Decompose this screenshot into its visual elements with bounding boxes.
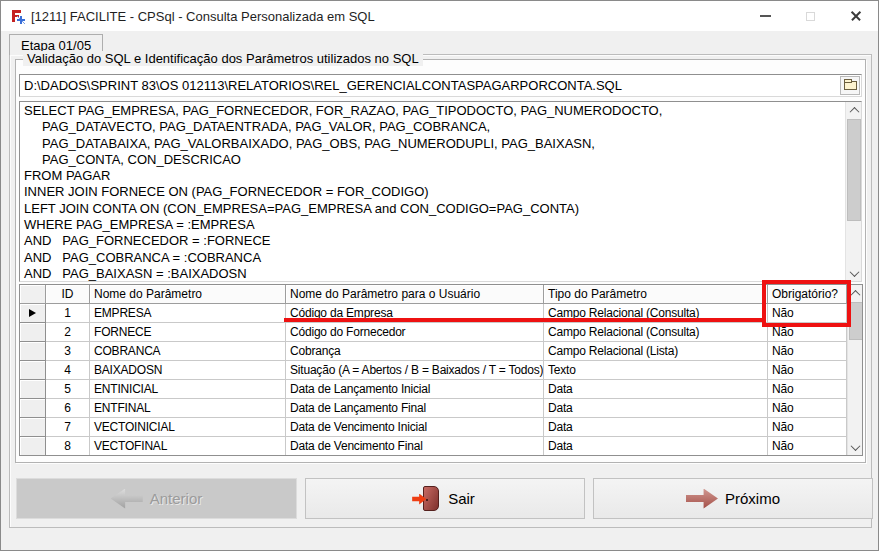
sair-button[interactable]: Sair: [305, 478, 585, 519]
row-indicator[interactable]: [20, 304, 46, 323]
proximo-button-label: Próximo: [725, 490, 780, 507]
cell-name[interactable]: ENTFINAL: [90, 399, 286, 418]
cell-type[interactable]: Campo Relacional (Consulta): [544, 323, 768, 342]
app-icon-spark: [17, 16, 25, 24]
chevron-down-icon: [849, 267, 859, 277]
exit-door-icon: [415, 486, 441, 512]
cell-id[interactable]: 8: [46, 437, 90, 456]
app-window: [1211] FACILITE - CPSql - Consulta Perso…: [0, 0, 879, 551]
cell-id[interactable]: 1: [46, 304, 90, 323]
cell-type[interactable]: Texto: [544, 361, 768, 380]
row-indicator[interactable]: [20, 361, 46, 380]
chevron-up-icon: [851, 289, 861, 299]
sql-scrollbar[interactable]: [845, 102, 861, 281]
door-icon: [423, 486, 439, 511]
header-type: Tipo do Parâmetro: [544, 285, 768, 304]
table-row[interactable]: 6ENTFINALData de Lançamento FinalDataNão: [20, 399, 862, 418]
cell-id[interactable]: 7: [46, 418, 90, 437]
chevron-down-icon: [851, 441, 861, 451]
cell-id[interactable]: 5: [46, 380, 90, 399]
window-title: [1211] FACILITE - CPSql - Consulta Perso…: [31, 9, 375, 24]
cell-type[interactable]: Data: [544, 437, 768, 456]
cell-type[interactable]: Data: [544, 418, 768, 437]
cell-username[interactable]: Código do Fornecedor: [286, 323, 544, 342]
table-row[interactable]: 2FORNECECódigo do FornecedorCampo Relaci…: [20, 323, 862, 342]
selected-row-arrow-icon: [29, 309, 36, 317]
row-indicator[interactable]: [20, 399, 46, 418]
minimize-icon: [760, 15, 771, 17]
grid-body: 1EMPRESACódigo da EmpresaCampo Relaciona…: [20, 304, 862, 456]
browse-sql-file-button[interactable]: [840, 76, 860, 95]
table-row[interactable]: 7VECTOINICIALData de Vencimento InicialD…: [20, 418, 862, 437]
anterior-button[interactable]: Anterior: [16, 478, 297, 519]
close-icon: [850, 10, 862, 22]
cell-id[interactable]: 6: [46, 399, 90, 418]
cell-username[interactable]: Situação (A = Abertos / B = Baixados / T…: [286, 361, 544, 380]
cell-name[interactable]: BAIXADOSN: [90, 361, 286, 380]
scrollbar-thumb[interactable]: [847, 119, 861, 221]
app-icon: [9, 8, 25, 24]
cell-required[interactable]: Não: [768, 380, 847, 399]
minimize-button[interactable]: [743, 1, 788, 31]
row-indicator[interactable]: [20, 437, 46, 456]
anterior-button-label: Anterior: [150, 490, 203, 507]
table-row[interactable]: 3COBRANCACobrançaCampo Relacional (Lista…: [20, 342, 862, 361]
table-row[interactable]: 5ENTINICIALData de Lançamento InicialDat…: [20, 380, 862, 399]
cell-id[interactable]: 2: [46, 323, 90, 342]
cell-type[interactable]: Data: [544, 399, 768, 418]
maximize-button[interactable]: [788, 1, 833, 31]
cell-name[interactable]: EMPRESA: [90, 304, 286, 323]
row-indicator[interactable]: [20, 418, 46, 437]
table-row[interactable]: 4BAIXADOSNSituação (A = Abertos / B = Ba…: [20, 361, 862, 380]
header-username: Nome do Parâmetro para o Usuário: [286, 285, 544, 304]
cell-required[interactable]: Não: [768, 342, 847, 361]
cell-required[interactable]: Não: [768, 361, 847, 380]
cell-required[interactable]: Não: [768, 437, 847, 456]
close-button[interactable]: [833, 1, 878, 31]
row-indicator[interactable]: [20, 380, 46, 399]
cell-name[interactable]: ENTINICIAL: [90, 380, 286, 399]
cell-username[interactable]: Data de Lançamento Inicial: [286, 380, 544, 399]
sql-text[interactable]: SELECT PAG_EMPRESA, PAG_FORNECEDOR, FOR_…: [20, 102, 844, 281]
grid-header: ID Nome do Parâmetro Nome do Parâmetro p…: [20, 285, 862, 304]
cell-username[interactable]: Data de Vencimento Final: [286, 437, 544, 456]
cell-username[interactable]: Data de Vencimento Inicial: [286, 418, 544, 437]
chevron-up-icon: [849, 106, 859, 116]
sql-file-path-input[interactable]: [20, 75, 838, 96]
header-id: ID: [46, 285, 90, 304]
groupbox-title: Validação do SQL e Identificação dos Par…: [23, 51, 423, 66]
maximize-icon: [806, 12, 815, 21]
header-indicator: [20, 285, 46, 304]
cell-id[interactable]: 4: [46, 361, 90, 380]
table-row[interactable]: 8VECTOFINALData de Vencimento FinalDataN…: [20, 437, 862, 456]
header-name: Nome do Parâmetro: [90, 285, 286, 304]
scrollbar-thumb[interactable]: [849, 302, 863, 340]
cell-name[interactable]: VECTOFINAL: [90, 437, 286, 456]
sql-editor[interactable]: SELECT PAG_EMPRESA, PAG_FORNECEDOR, FOR_…: [19, 101, 862, 282]
cell-type[interactable]: Campo Relacional (Lista): [544, 342, 768, 361]
cell-required[interactable]: Não: [768, 418, 847, 437]
arrow-right-icon: [686, 489, 718, 509]
cell-type[interactable]: Data: [544, 380, 768, 399]
annotation-box: [762, 280, 851, 327]
row-indicator[interactable]: [20, 342, 46, 361]
row-indicator[interactable]: [20, 323, 46, 342]
cell-username[interactable]: Data de Lançamento Final: [286, 399, 544, 418]
sair-button-label: Sair: [448, 490, 475, 507]
scroll-down-button[interactable]: [848, 439, 863, 455]
cell-username[interactable]: Cobrança: [286, 342, 544, 361]
sql-file-path-container: [19, 74, 862, 97]
cell-name[interactable]: COBRANCA: [90, 342, 286, 361]
window-controls: [743, 1, 878, 31]
arrow-left-icon: [111, 489, 143, 509]
cell-name[interactable]: VECTOINICIAL: [90, 418, 286, 437]
cell-name[interactable]: FORNECE: [90, 323, 286, 342]
proximo-button[interactable]: Próximo: [593, 478, 873, 519]
annotation-underline: [284, 318, 764, 322]
scroll-up-button[interactable]: [846, 102, 862, 118]
scroll-down-button[interactable]: [846, 265, 862, 281]
cell-id[interactable]: 3: [46, 342, 90, 361]
parameters-grid: ID Nome do Parâmetro Nome do Parâmetro p…: [19, 284, 863, 456]
cell-required[interactable]: Não: [768, 399, 847, 418]
titlebar: [1211] FACILITE - CPSql - Consulta Perso…: [1, 1, 878, 31]
